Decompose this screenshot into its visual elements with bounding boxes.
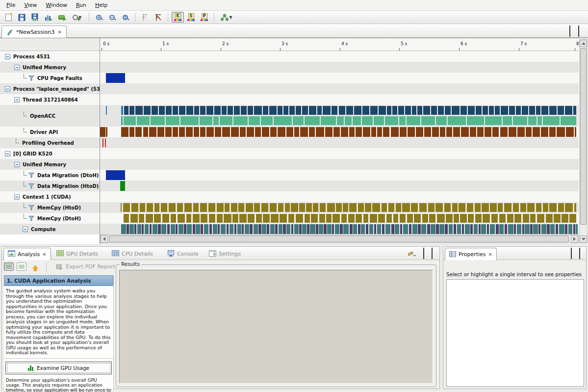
- timeline-interval[interactable]: [399, 116, 405, 125]
- timeline-interval[interactable]: [124, 214, 129, 223]
- menu-file[interactable]: File: [2, 0, 20, 10]
- timeline-interval[interactable]: [358, 203, 364, 212]
- timeline-interval[interactable]: [324, 224, 327, 234]
- tree-row-memcpy-dtoh[interactable]: MemCpy (DtoH): [0, 213, 100, 224]
- timeline-interval[interactable]: [279, 224, 282, 234]
- timeline-interval[interactable]: [201, 214, 207, 223]
- timeline-interval[interactable]: [206, 106, 213, 115]
- timeline-interval[interactable]: [474, 224, 478, 234]
- maximize-button[interactable]: [579, 249, 580, 259]
- timeline-interval[interactable]: [470, 224, 473, 234]
- timeline-interval[interactable]: [193, 214, 200, 223]
- collapse-toggle-icon[interactable]: [14, 97, 20, 103]
- timeline-interval[interactable]: [489, 106, 494, 115]
- timeline-interval[interactable]: [249, 116, 260, 125]
- tree-row-cpu-page-faults[interactable]: CPU Page Faults: [0, 73, 100, 83]
- tree-row-process-laplace-managed-538[interactable]: Process "laplace_managed" (538): [0, 83, 100, 94]
- timeline-interval[interactable]: [285, 203, 290, 212]
- timeline-interval[interactable]: [231, 203, 237, 212]
- timeline-interval[interactable]: [162, 214, 169, 223]
- timeline-interval[interactable]: [550, 224, 555, 234]
- timeline-interval[interactable]: [537, 116, 542, 125]
- close-icon[interactable]: ✕: [488, 252, 492, 257]
- timeline-interval[interactable]: [208, 203, 215, 212]
- timeline-interval[interactable]: [173, 127, 178, 137]
- timeline-interval[interactable]: [326, 214, 331, 223]
- timeline-interval[interactable]: [309, 127, 315, 137]
- timeline-interval[interactable]: [543, 116, 559, 125]
- timeline-interval[interactable]: [446, 214, 452, 223]
- timeline-interval[interactable]: [429, 214, 435, 223]
- timeline-interval[interactable]: [173, 106, 178, 115]
- timeline-interval[interactable]: [209, 224, 212, 234]
- minimize-button[interactable]: [569, 27, 570, 36]
- timeline-interval[interactable]: [225, 203, 230, 212]
- timeline-interval[interactable]: [346, 106, 353, 115]
- timeline-interval[interactable]: [412, 224, 417, 234]
- timeline-interval[interactable]: [200, 127, 205, 137]
- timeline-interval[interactable]: [561, 116, 576, 125]
- timeline-interval[interactable]: [500, 127, 508, 137]
- timeline-interval[interactable]: [459, 203, 465, 212]
- zoom-out-button[interactable]: −: [106, 12, 118, 23]
- timeline-interval[interactable]: [517, 127, 525, 137]
- timeline-interval[interactable]: [263, 214, 269, 223]
- timeline-interval[interactable]: [184, 203, 192, 212]
- timeline-interval[interactable]: [302, 106, 308, 115]
- timeline-interval[interactable]: [135, 127, 142, 137]
- timeline-interval[interactable]: [258, 224, 261, 234]
- timeline-interval[interactable]: [288, 214, 295, 223]
- timeline-interval[interactable]: [339, 106, 345, 115]
- timeline-interval[interactable]: [498, 203, 503, 212]
- timeline-interval[interactable]: [428, 203, 435, 212]
- timeline-interval[interactable]: [306, 203, 312, 212]
- timeline-interval[interactable]: [320, 203, 326, 212]
- timeline-interval[interactable]: [436, 224, 439, 234]
- timeline-interval[interactable]: [465, 224, 470, 234]
- timeline-interval[interactable]: [514, 224, 516, 234]
- timeline-interval[interactable]: [530, 224, 533, 234]
- tree-row-profiling-overhead[interactable]: Profiling Overhead: [0, 137, 100, 148]
- timeline-interval[interactable]: [129, 106, 134, 115]
- timeline-interval[interactable]: [439, 224, 444, 234]
- timeline-interval[interactable]: [186, 106, 193, 115]
- timeline-interval[interactable]: [325, 127, 332, 137]
- timeline-interval[interactable]: [509, 106, 514, 115]
- timeline-interval[interactable]: [372, 203, 380, 212]
- timeline-interval[interactable]: [246, 203, 253, 212]
- analysis-methods-dropdown[interactable]: ▼: [218, 12, 235, 23]
- timeline-interval[interactable]: [437, 214, 445, 223]
- timeline-interval[interactable]: [238, 203, 244, 212]
- new-session-button[interactable]: ✦: [2, 12, 15, 23]
- timeline-interval[interactable]: [475, 203, 481, 212]
- timeline-interval[interactable]: [485, 116, 502, 125]
- timeline-interval[interactable]: [213, 116, 219, 125]
- timeline-interval[interactable]: [530, 214, 536, 223]
- maximize-button[interactable]: [432, 249, 433, 259]
- timeline-interval[interactable]: [296, 106, 301, 115]
- timeline-interval[interactable]: [461, 127, 469, 137]
- timeline-interval[interactable]: [565, 203, 573, 212]
- timeline-interval[interactable]: [124, 106, 128, 115]
- tree-row-unified-memory[interactable]: Unified Memory: [0, 159, 100, 170]
- timeline-interval[interactable]: [261, 203, 269, 212]
- timeline-interval[interactable]: [269, 106, 277, 115]
- timeline-interval[interactable]: [517, 224, 521, 234]
- unguided-analysis-toggle[interactable]: [17, 262, 26, 271]
- timeline-interval[interactable]: [414, 214, 421, 223]
- timeline-interval[interactable]: [363, 214, 368, 223]
- timeline-interval[interactable]: [193, 224, 195, 234]
- timeline-interval[interactable]: [299, 203, 305, 212]
- timeline-interval[interactable]: [224, 214, 231, 223]
- timeline-interval[interactable]: [353, 224, 357, 234]
- timeline-interval[interactable]: [400, 127, 407, 137]
- flag-marker-button[interactable]: [139, 12, 151, 23]
- timeline-interval[interactable]: [423, 106, 430, 115]
- timeline-interval[interactable]: [559, 224, 564, 234]
- timeline-interval[interactable]: [362, 116, 372, 125]
- timeline-interval[interactable]: [416, 127, 424, 137]
- timeline-interval[interactable]: [179, 224, 183, 234]
- timeline-interval[interactable]: [262, 127, 269, 137]
- timeline-interval[interactable]: [557, 127, 565, 137]
- timeline-interval[interactable]: [106, 106, 107, 115]
